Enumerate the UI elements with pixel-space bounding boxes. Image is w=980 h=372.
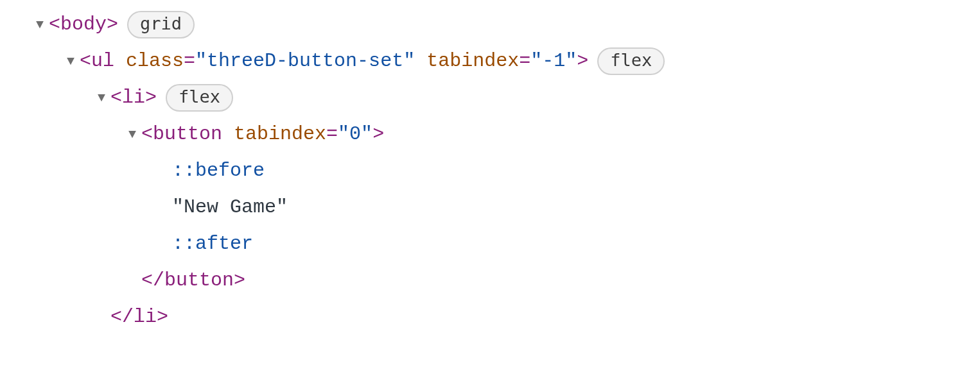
display-badge[interactable]: flex: [166, 84, 233, 111]
dom-node-body[interactable]: ▼ <body> grid: [32, 6, 980, 43]
tag-name: button: [164, 262, 234, 299]
tag-close-bracket: >: [157, 299, 168, 335]
tag-name: li: [122, 80, 145, 116]
tag-close-bracket: >: [372, 116, 384, 153]
pseudo-element-label: ::before: [172, 153, 265, 189]
tag-close-bracket: >: [107, 6, 118, 43]
text-node-content: "New Game": [172, 189, 288, 226]
display-badge[interactable]: grid: [127, 11, 195, 38]
tag-open-bracket: </: [110, 299, 134, 335]
tag-name: button: [153, 116, 222, 153]
attr-value-tabindex: "0": [338, 116, 372, 153]
attr-value-tabindex: "-1": [530, 43, 577, 80]
expand-toggle-icon[interactable]: ▼: [125, 123, 140, 147]
attr-name-class: class: [126, 43, 184, 80]
expand-toggle-icon[interactable]: ▼: [32, 13, 48, 37]
equals-sign: =: [519, 43, 530, 80]
attr-value-class: "threeD-button-set": [195, 43, 415, 80]
dom-node-button[interactable]: ▼ <button tabindex="0">: [32, 116, 980, 153]
tag-name: li: [134, 299, 157, 335]
dom-node-li-close[interactable]: </li>: [32, 299, 980, 335]
tag-open-bracket: <: [110, 80, 122, 116]
tag-close-bracket: >: [234, 262, 245, 299]
tag-open-bracket: <: [49, 6, 60, 43]
pseudo-before[interactable]: ::before: [32, 153, 980, 189]
display-badge[interactable]: flex: [597, 47, 665, 74]
dom-node-li[interactable]: ▼ <li> flex: [32, 80, 980, 116]
tag-name: ul: [91, 43, 114, 80]
pseudo-after[interactable]: ::after: [32, 226, 980, 262]
text-node[interactable]: "New Game": [32, 189, 980, 226]
dom-node-button-close[interactable]: </button>: [32, 262, 980, 299]
equals-sign: =: [326, 116, 338, 153]
attr-name-tabindex: tabindex: [234, 116, 326, 153]
tag-name: body: [60, 6, 107, 43]
tag-close-bracket: >: [577, 43, 588, 80]
tag-open-bracket: <: [80, 43, 91, 80]
expand-toggle-icon[interactable]: ▼: [94, 86, 109, 110]
dom-node-ul[interactable]: ▼ <ul class="threeD-button-set" tabindex…: [32, 43, 980, 80]
tag-open-bracket: <: [141, 116, 153, 153]
expand-toggle-icon[interactable]: ▼: [63, 49, 78, 74]
pseudo-element-label: ::after: [172, 226, 253, 262]
tag-close-bracket: >: [145, 80, 157, 116]
equals-sign: =: [184, 43, 195, 80]
attr-name-tabindex: tabindex: [426, 43, 519, 80]
tag-open-bracket: </: [141, 262, 164, 299]
